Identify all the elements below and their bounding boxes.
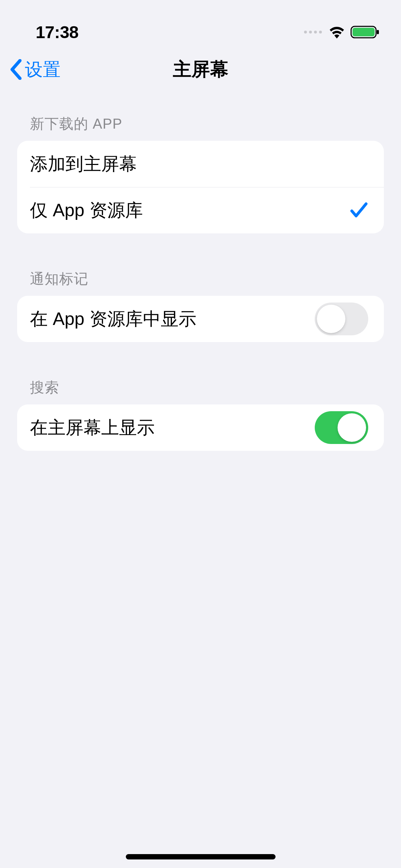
home-indicator[interactable] bbox=[126, 854, 276, 859]
row-label: 仅 App 资源库 bbox=[30, 198, 143, 222]
group-search: 在主屏幕上显示 bbox=[17, 404, 384, 451]
section-header-new-downloads: 新下载的 APP bbox=[17, 114, 384, 141]
pagination-dots-icon bbox=[304, 31, 322, 33]
checkmark-icon bbox=[350, 202, 368, 219]
svg-rect-1 bbox=[353, 28, 375, 36]
status-bar: 17:38 bbox=[0, 0, 401, 46]
back-label: 设置 bbox=[25, 58, 61, 82]
row-show-in-app-library: 在 App 资源库中显示 bbox=[17, 296, 384, 342]
switch-show-in-app-library[interactable] bbox=[315, 303, 368, 335]
battery-icon bbox=[350, 25, 380, 39]
option-add-to-home[interactable]: 添加到主屏幕 bbox=[17, 141, 384, 187]
row-label: 添加到主屏幕 bbox=[30, 152, 137, 176]
status-indicators bbox=[304, 25, 380, 39]
section-header-search: 搜索 bbox=[17, 378, 384, 404]
switch-show-on-home[interactable] bbox=[315, 411, 368, 444]
row-show-on-home: 在主屏幕上显示 bbox=[17, 404, 384, 451]
section-header-badges: 通知标记 bbox=[17, 269, 384, 296]
wifi-icon bbox=[328, 26, 345, 38]
status-time: 17:38 bbox=[36, 22, 78, 42]
svg-rect-2 bbox=[377, 30, 379, 34]
row-label: 在 App 资源库中显示 bbox=[30, 307, 196, 331]
row-label: 在主屏幕上显示 bbox=[30, 416, 155, 440]
content: 新下载的 APP 添加到主屏幕 仅 App 资源库 通知标记 在 App 资源库… bbox=[0, 93, 401, 451]
group-badges: 在 App 资源库中显示 bbox=[17, 296, 384, 342]
chevron-left-icon bbox=[10, 59, 22, 80]
group-new-downloads: 添加到主屏幕 仅 App 资源库 bbox=[17, 141, 384, 233]
navigation-bar: 设置 主屏幕 bbox=[0, 46, 401, 93]
back-button[interactable]: 设置 bbox=[0, 58, 61, 82]
option-app-library-only[interactable]: 仅 App 资源库 bbox=[17, 187, 384, 233]
